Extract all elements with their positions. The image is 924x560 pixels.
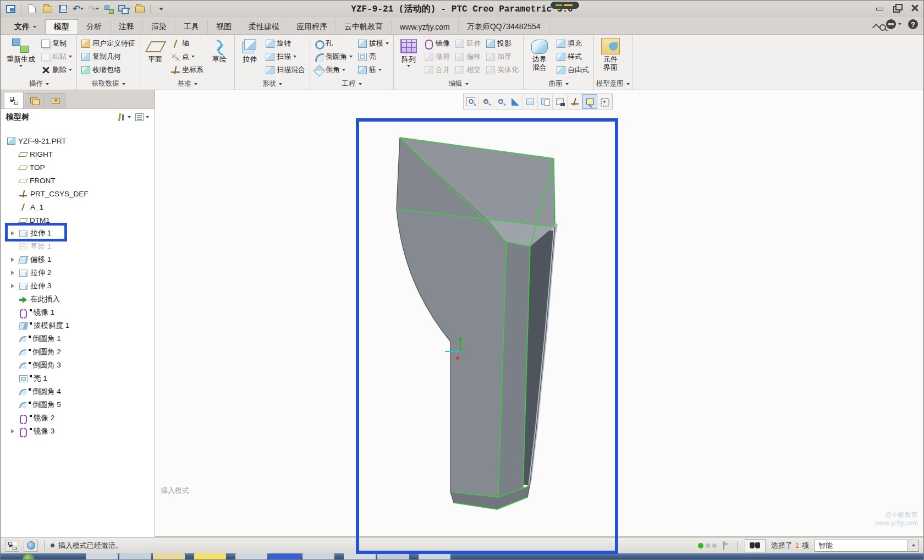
- datum-point-button[interactable]: 点: [169, 50, 206, 63]
- tab-flexible-modeling[interactable]: 柔性建模: [240, 19, 288, 34]
- merge-button[interactable]: 合并: [422, 63, 452, 76]
- taskbar-item[interactable]: [269, 553, 301, 560]
- group-label-model-intent[interactable]: 模型意图: [596, 78, 630, 90]
- taskbar-item[interactable]: [119, 553, 151, 560]
- tree-item-round4[interactable]: 倒圆角 4: [1, 385, 155, 398]
- web-browser-button[interactable]: [24, 540, 38, 552]
- tree-item-draft1[interactable]: 拔模斜度 1: [1, 319, 155, 332]
- expand-arrow-icon[interactable]: [11, 231, 14, 235]
- customize-qat-button[interactable]: [155, 3, 168, 15]
- close-button[interactable]: [910, 4, 919, 12]
- switch-windows-button[interactable]: [118, 3, 131, 15]
- taskbar-item[interactable]: [86, 553, 118, 560]
- toggle-navigator-button[interactable]: [5, 540, 19, 552]
- group-label-editing[interactable]: 编辑: [396, 78, 521, 90]
- selection-filter-dropdown[interactable]: [908, 540, 919, 552]
- tab-edu-brand[interactable]: 云中帆教育: [336, 19, 392, 34]
- freestyle-button[interactable]: 自由式: [554, 63, 591, 76]
- folder-browser-tab[interactable]: [25, 93, 45, 108]
- close-window-button[interactable]: [133, 3, 146, 15]
- expand-arrow-icon[interactable]: [11, 271, 14, 275]
- save-button[interactable]: [56, 3, 69, 15]
- taskbar-item[interactable]: [377, 553, 409, 560]
- swept-blend-button[interactable]: 扫描混合: [263, 63, 307, 76]
- shell-button[interactable]: 壳: [356, 50, 391, 63]
- tree-item-dtm1[interactable]: DTM1: [1, 213, 155, 227]
- expand-arrow-icon[interactable]: [11, 429, 14, 433]
- offset-button[interactable]: 偏移: [453, 50, 483, 63]
- expand-arrow-icon[interactable]: [11, 257, 14, 262]
- tree-item-insert-here[interactable]: 在此插入: [1, 293, 155, 306]
- intersect-button[interactable]: 相交: [453, 63, 483, 76]
- group-label-get-data[interactable]: 获取数据: [79, 78, 138, 90]
- expand-arrow-icon[interactable]: [11, 284, 14, 288]
- delete-button[interactable]: 删除: [39, 63, 74, 76]
- tree-item-axis[interactable]: A_1: [1, 200, 155, 213]
- taskbar-item[interactable]: [419, 553, 450, 560]
- find-button[interactable]: [745, 539, 766, 552]
- tree-item-mirror3[interactable]: 镜像 3: [1, 425, 155, 438]
- solidify-button[interactable]: 实体化: [484, 63, 521, 76]
- minimize-button[interactable]: [875, 4, 884, 12]
- undo-button[interactable]: ↶: [72, 3, 85, 15]
- taskbar-item[interactable]: [153, 553, 185, 560]
- tree-item-offset1[interactable]: 偏移 1: [1, 253, 155, 266]
- copy-button[interactable]: 复制: [39, 37, 74, 50]
- tree-item-extrude2[interactable]: 拉伸 2: [1, 266, 155, 279]
- model-front-face[interactable]: [397, 209, 507, 497]
- tab-file[interactable]: 文件: [6, 19, 45, 34]
- redo-button[interactable]: ↷: [87, 3, 100, 15]
- tree-columns-button[interactable]: [135, 113, 149, 121]
- tab-applications[interactable]: 应用程序: [288, 19, 336, 34]
- udf-button[interactable]: 用户定义特征: [79, 37, 138, 50]
- thicken-button[interactable]: 加厚: [484, 50, 521, 63]
- open-file-button[interactable]: [41, 3, 54, 15]
- tab-render[interactable]: 渲染: [143, 19, 175, 34]
- tree-item-mirror1[interactable]: 镜像 1: [1, 306, 155, 319]
- refit-button[interactable]: [508, 94, 523, 109]
- tree-item-extrude1[interactable]: 拉伸 1: [1, 227, 155, 240]
- graphics-viewport[interactable]: 插入模式: [155, 90, 923, 537]
- saved-orientations-button[interactable]: [538, 94, 553, 109]
- tree-item-right-plane[interactable]: RIGHT: [1, 147, 155, 161]
- tree-item-top-plane[interactable]: TOP: [1, 161, 155, 174]
- pattern-button[interactable]: 阵列: [396, 37, 421, 68]
- datum-display-button[interactable]: [568, 94, 582, 109]
- copy-geometry-button[interactable]: 复制几何: [79, 50, 138, 63]
- datum-axis-button[interactable]: 轴: [169, 37, 206, 50]
- view-manager-button[interactable]: [553, 94, 568, 109]
- sketch-button[interactable]: 草绘: [207, 37, 232, 65]
- round-button[interactable]: 倒圆角: [312, 50, 355, 63]
- tab-annotate[interactable]: 注释: [111, 19, 143, 34]
- zoom-in-button[interactable]: [479, 94, 493, 109]
- rib-button[interactable]: 筋: [356, 63, 391, 76]
- chamfer-button[interactable]: 倒角: [312, 63, 355, 76]
- tree-item-round5[interactable]: 倒圆角 5: [1, 398, 155, 411]
- tree-item-round2[interactable]: 倒圆角 2: [1, 345, 155, 359]
- boundary-blend-button[interactable]: 边界混合: [526, 37, 553, 73]
- tab-model[interactable]: 模型: [45, 19, 78, 34]
- component-interface-button[interactable]: 元件界面: [596, 37, 625, 73]
- tab-edu-qq[interactable]: 万老师QQ734482554: [459, 19, 549, 34]
- account-button[interactable]: [886, 19, 901, 29]
- new-file-button[interactable]: [25, 3, 38, 15]
- maximize-button[interactable]: [893, 4, 901, 12]
- app-button[interactable]: [4, 3, 17, 15]
- datum-csys-button[interactable]: 坐标系: [169, 63, 206, 76]
- hole-button[interactable]: 孔: [312, 37, 355, 50]
- tree-item-extrude3[interactable]: 拉伸 3: [1, 279, 155, 293]
- tree-item-part[interactable]: YZF-9-21.PRT: [1, 134, 155, 147]
- revolve-button[interactable]: 旋转: [263, 37, 307, 50]
- tab-analysis[interactable]: 分析: [78, 19, 111, 34]
- help-button[interactable]: ?: [908, 19, 918, 29]
- taskbar-item[interactable]: [235, 553, 267, 560]
- fill-button[interactable]: 填充: [554, 37, 591, 50]
- tree-item-shell1[interactable]: 壳 1: [1, 372, 155, 385]
- tree-item-sketch1[interactable]: 草绘 1: [1, 240, 155, 253]
- project-button[interactable]: 投影: [484, 37, 521, 50]
- extend-button[interactable]: 延伸: [453, 37, 483, 50]
- notification-dots[interactable]: [698, 543, 717, 548]
- mirror-button[interactable]: 镜像: [422, 37, 452, 50]
- trim-button[interactable]: 修剪: [422, 50, 452, 63]
- tab-edu-site[interactable]: www.yzfjy.com: [392, 19, 459, 34]
